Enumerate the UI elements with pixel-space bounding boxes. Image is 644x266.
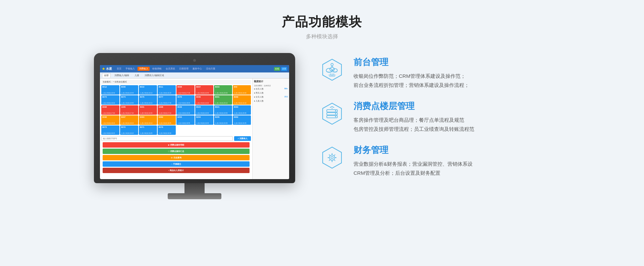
page-header: 产品功能模块 多种模块选择 xyxy=(282,0,362,43)
room-cell[interactable]: 8021入员:3 时间:19:50 xyxy=(214,105,232,115)
stat-row: ● 在宾人数 58+ xyxy=(254,88,288,91)
page-subtitle: 多种模块选择 xyxy=(282,33,362,40)
room-cell[interactable]: 8006入员:2 时间:16:30 xyxy=(195,95,213,105)
screen-grid-area: 当前模式：一次性余位模式 8012入员:2 时间:18:40 8009入员:3 … xyxy=(100,78,252,179)
front-desk-desc: 收银岗位作弊防范；CRM管理体系建设及操作范； 前台业务流程折扣管理；营销体系建… xyxy=(354,71,553,90)
room-cell[interactable]: 8009入员:3 时间:18:44 xyxy=(120,85,138,95)
room-cell[interactable]: 8076入员:4 时间:18:00 xyxy=(176,95,195,105)
room-cell[interactable]: 8098入员:2 时间:18:20 xyxy=(101,115,119,125)
room-cell[interactable]: 8083入员:1 时间:20:05 xyxy=(233,105,251,115)
right-content: 前台管理 收银岗位作弊防范；CRM管理体系建设及操作范； 前台业务流程折扣管理；… xyxy=(319,53,553,177)
nav-item[interactable]: 收银绑账 xyxy=(151,67,163,71)
svg-point-18 xyxy=(335,113,336,114)
room-cell[interactable]: 6097入员:3 时间:18:15 xyxy=(120,115,138,125)
room-cell[interactable]: 1005入员:2 时间:17:20 xyxy=(120,105,138,115)
room-cell[interactable]: 8012入员:2 时间:18:40 xyxy=(101,85,119,95)
room-cell[interactable]: 8294入员:2 时间:19:45 xyxy=(195,115,213,125)
feature-text-front-desk: 前台管理 收银岗位作弊防范；CRM管理体系建设及操作范； 前台业务流程折扣管理；… xyxy=(354,56,553,90)
room-cell[interactable]: 8089入员:2 时间:19:20 xyxy=(233,95,251,105)
feature-text-finance: 财务管理 营业数据分析&财务报表；营业漏洞管控、营销体系设 CRM管理及分析；后… xyxy=(354,144,553,177)
btn-bar: ■ 消费点服务明细 □ 消费点服务汇总 ☆ 日志查询 ○ 手操建注 ▪ 商品出入… xyxy=(101,141,251,174)
room-cell[interactable]: 8076入员:2 时间:19:00 xyxy=(158,125,176,135)
room-cell[interactable]: 1008入员:4 时间:17:10 xyxy=(158,105,176,115)
room-cell[interactable]: 8029入员:1 时间:19:30 xyxy=(176,105,195,115)
stat-row: ● 女宾人数 211 xyxy=(254,96,288,99)
service-detail-btn[interactable]: ■ 消费点服务明细 xyxy=(103,142,250,148)
nav-item[interactable]: 首页 xyxy=(115,67,123,71)
service-summary-btn[interactable]: □ 消费点服务汇总 xyxy=(103,149,250,154)
floor-mgmt-icon-wrapper xyxy=(319,100,345,127)
room-cell[interactable]: 849入员:3 时间:19:00 xyxy=(233,85,251,95)
room-cell[interactable]: 8077入员:2 时间:17:40 xyxy=(158,95,176,105)
svg-point-20 xyxy=(332,108,333,109)
nav-item[interactable]: 会员系统 xyxy=(164,67,176,71)
finance-icon-wrapper xyxy=(319,144,345,171)
svg-line-29 xyxy=(334,160,335,161)
manual-reg-btn[interactable]: ○ 手操建注 xyxy=(103,161,250,167)
stat-row: ● 儿童人数 xyxy=(254,100,288,103)
svg-marker-13 xyxy=(323,103,341,124)
room-cell[interactable]: 8068入员:3 时间:17:00 xyxy=(101,105,119,115)
mode-bar: 当前模式：一次性余位模式 xyxy=(101,80,251,84)
nav-item[interactable]: 日期管理 xyxy=(178,67,190,71)
cloud-hex-icon xyxy=(320,58,344,82)
screen-logo: ★ 水星 xyxy=(102,67,112,71)
room-grid: 8012入员:2 时间:18:40 8009入员:3 时间:18:44 8010… xyxy=(101,85,251,135)
stat-label: ● 儿童人数 xyxy=(254,100,264,103)
toolbar-tab[interactable]: 儿童 xyxy=(133,73,141,77)
room-cell[interactable]: 8072入员:1 时间:19:10 xyxy=(120,125,138,135)
nav-item[interactable]: 手银输入 xyxy=(124,67,136,71)
monitor-stand-base xyxy=(168,193,221,199)
monitor-wrapper: ★ 水星 首页 手银输入 消费输入 收银绑账 会员系统 日期管理 服务中心 活动… xyxy=(91,53,299,199)
main-content: ★ 水星 首页 手银输入 消费输入 收银绑账 会员系统 日期管理 服务中心 活动… xyxy=(0,43,644,199)
nav-item[interactable]: 服务中心 xyxy=(191,67,203,71)
finance-title: 财务管理 xyxy=(354,144,553,156)
room-cell[interactable]: 8008入员:4 时间:17:30 xyxy=(176,85,195,95)
monitor-camera xyxy=(193,59,196,62)
screen-body: 当前模式：一次性余位模式 8012入员:2 时间:18:40 8009入员:3 … xyxy=(100,78,289,179)
room-cell[interactable]: 8073入员:2 时间:18:30 xyxy=(101,95,119,105)
toolbar-tab[interactable]: 全部 xyxy=(102,73,111,77)
log-query-btn[interactable]: ☆ 日志查询 xyxy=(103,155,250,160)
room-cell[interactable]: 8007入员:2 时间:16:45 xyxy=(195,85,213,95)
server-hex-icon xyxy=(320,102,344,125)
room-cell[interactable]: 8295入员:3 时间:19:35 xyxy=(214,115,232,125)
svg-line-30 xyxy=(334,155,335,156)
room-cell[interactable]: 8010入员:2 时间:19:10 xyxy=(139,85,157,95)
room-cell[interactable]: 8073入员:2 时间:19:15 xyxy=(101,125,119,135)
toolbar-tab[interactable]: 消费排入/编辑区域 xyxy=(143,73,166,77)
stats-title: 额度统计 xyxy=(254,80,288,83)
checkin-btn[interactable]: ✓ 消费录入 xyxy=(234,136,251,141)
screen-topbar: ★ 水星 首页 手银输入 消费输入 收银绑账 会员系统 日期管理 服务中心 活动… xyxy=(100,65,289,72)
front-desk-icon-wrapper xyxy=(319,56,345,83)
nav-item[interactable]: 活动方案 xyxy=(205,67,217,71)
screen-content: ★ 水星 首页 手银输入 消费输入 收银绑账 会员系统 日期管理 服务中心 活动… xyxy=(100,65,289,179)
room-cell[interactable]: 5001入员:5 时间:16:50 xyxy=(139,105,157,115)
room-cell[interactable]: 6382入员:2 时间:18:05 xyxy=(158,115,176,125)
svg-point-19 xyxy=(335,116,336,117)
room-cell[interactable]: 8003入员:1 时间:20:00 xyxy=(214,85,232,95)
feature-block-floor-mgmt: 消费点楼层管理 客房操作管理及吧台商品理；餐厅点单流程及规范 包房管控及技师管理… xyxy=(319,100,553,134)
room-cell[interactable]: 8253入员:1 时间:19:55 xyxy=(176,115,195,125)
nav-item-active[interactable]: 消费输入 xyxy=(138,67,150,71)
monitor-stand-neck xyxy=(184,183,205,193)
svg-point-10 xyxy=(331,63,333,66)
room-cell[interactable]: 6982入员:4 时间:19:25 xyxy=(233,115,251,125)
room-cell[interactable]: 8074入员:1 时间:18:55 xyxy=(120,95,138,105)
room-cell[interactable]: 8071入员:3 时间:19:05 xyxy=(139,125,157,135)
svg-line-28 xyxy=(329,155,330,156)
svg-point-17 xyxy=(335,110,336,112)
room-cell[interactable]: 6394入员:1 时间:18:10 xyxy=(139,115,157,125)
room-cell[interactable]: 8001入员:1 时间:20:10 xyxy=(214,95,232,105)
guest-card-input[interactable] xyxy=(101,136,233,141)
room-cell[interactable]: 8075入员:3 时间:19:10 xyxy=(139,95,157,105)
feature-text-floor-mgmt: 消费点楼层管理 客房操作管理及吧台商品理；餐厅点单流程及规范 包房管控及技师管理… xyxy=(354,100,553,134)
stat-label: ● 在宾人数 xyxy=(254,88,264,91)
inventory-btn[interactable]: ▪ 商品出入库统计 xyxy=(103,168,250,173)
monitor-body: ★ 水星 首页 手银输入 消费输入 收银绑账 会员系统 日期管理 服务中心 活动… xyxy=(94,53,295,183)
room-cell[interactable]: 8023入员:2 时间:19:40 xyxy=(195,105,213,115)
room-cell[interactable]: 8011入员:1 时间:19:20 xyxy=(158,85,176,95)
screen-nav: 首页 手银输入 消费输入 收银绑账 会员系统 日期管理 服务中心 活动方案 xyxy=(115,67,217,71)
toolbar-tab[interactable]: 消费输入/编辑 xyxy=(113,73,131,77)
monitor-screen: ★ 水星 首页 手银输入 消费输入 收银绑账 会员系统 日期管理 服务中心 活动… xyxy=(100,65,289,179)
